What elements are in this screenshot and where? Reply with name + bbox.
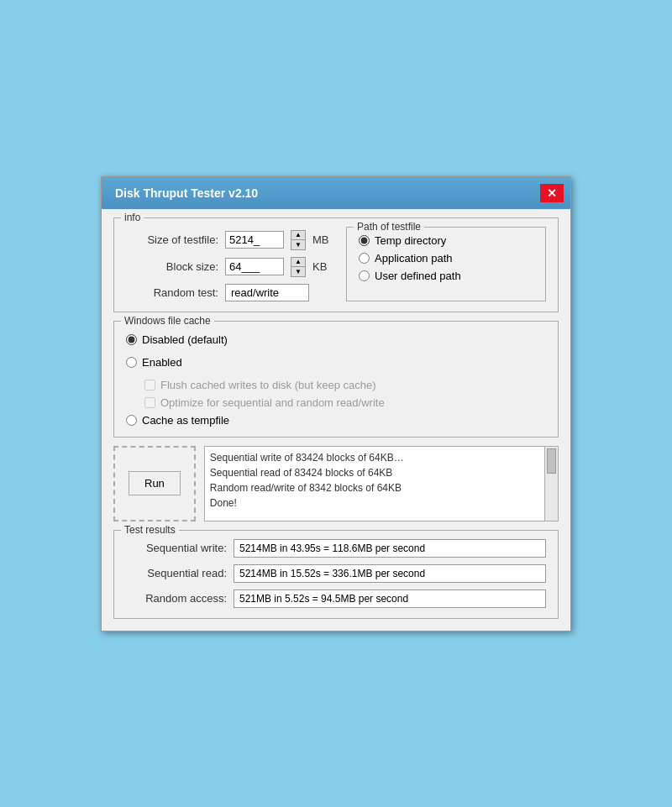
log-scrollbar-thumb	[547, 448, 556, 474]
result-row-write: Sequential write: 5214MB in 43.95s = 118…	[126, 539, 546, 558]
result-read-value: 5214MB in 15.52s = 336.1MB per second	[234, 564, 546, 583]
path-temp-input[interactable]	[359, 235, 370, 246]
random-label: Random test:	[126, 286, 218, 299]
results-group-label: Test results	[121, 524, 179, 536]
content-area: info Size of testfile: ▲ ▼ MB Block size…	[102, 209, 570, 631]
log-line-2: Sequential read of 83424 blocks of 64KB	[210, 465, 539, 480]
result-random-label: Random access:	[126, 592, 227, 605]
cache-enabled-label: Enabled	[142, 356, 182, 369]
cache-optimize-checkbox: Optimize for sequential and random read/…	[144, 396, 546, 409]
path-app-input[interactable]	[359, 253, 370, 264]
random-row: Random test:	[126, 284, 329, 301]
cache-tempfile-label: Cache as tempfile	[142, 414, 229, 427]
main-window: Disk Thruput Tester v2.10 ✕ info Size of…	[101, 176, 571, 631]
cache-disabled-radio[interactable]: Disabled (default)	[126, 333, 546, 346]
random-input[interactable]	[225, 284, 309, 301]
size-unit: MB	[312, 233, 329, 246]
block-input[interactable]	[225, 258, 284, 275]
run-button[interactable]: Run	[129, 471, 181, 495]
cache-optimize-label: Optimize for sequential and random read/…	[160, 396, 385, 409]
path-group: Path of testfile Temp directory Applicat…	[346, 227, 546, 301]
cache-optimize-input	[144, 397, 155, 408]
path-temp-label: Temp directory	[375, 234, 446, 247]
cache-enabled-input[interactable]	[126, 357, 137, 368]
path-app-label: Application path	[375, 252, 453, 265]
result-write-value: 5214MB in 43.95s = 118.6MB per second	[234, 539, 546, 558]
cache-tempfile-radio[interactable]: Cache as tempfile	[126, 414, 546, 427]
cache-disabled-input[interactable]	[126, 334, 137, 345]
size-input[interactable]	[225, 231, 284, 249]
cache-options: Disabled (default) Enabled Flush cached …	[126, 330, 546, 427]
log-line-1: Sequential write of 83424 blocks of 64KB…	[210, 450, 539, 465]
cache-flush-input	[144, 380, 155, 390]
path-temp-radio[interactable]: Temp directory	[359, 234, 533, 247]
path-user-label: User defined path	[375, 270, 461, 282]
title-bar: Disk Thruput Tester v2.10 ✕	[102, 177, 570, 209]
cache-group: Windows file cache Disabled (default) En…	[113, 321, 559, 438]
path-group-label: Path of testfile	[354, 221, 424, 233]
result-random-value: 521MB in 5.52s = 94.5MB per second	[234, 590, 546, 608]
path-user-radio[interactable]: User defined path	[359, 270, 533, 282]
results-group: Test results Sequential write: 5214MB in…	[113, 530, 559, 619]
size-up-button[interactable]: ▲	[291, 231, 305, 240]
cache-enabled-radio[interactable]: Enabled	[126, 356, 546, 369]
log-box[interactable]: Sequential write of 83424 blocks of 64KB…	[204, 446, 545, 521]
close-button[interactable]: ✕	[540, 184, 564, 202]
log-line-4: Done!	[210, 495, 539, 511]
window-title: Disk Thruput Tester v2.10	[115, 186, 258, 200]
run-section: Run Sequential write of 83424 blocks of …	[113, 446, 559, 521]
block-label: Block size:	[126, 260, 218, 273]
block-up-button[interactable]: ▲	[291, 258, 305, 267]
cache-flush-label: Flush cached writes to disk (but keep ca…	[160, 379, 376, 391]
run-button-wrap: Run	[113, 446, 196, 521]
log-scrollbar[interactable]	[545, 446, 559, 521]
size-label: Size of testfile:	[126, 233, 218, 246]
size-spinner: ▲ ▼	[291, 230, 306, 250]
info-group: info Size of testfile: ▲ ▼ MB Block size…	[113, 217, 559, 312]
path-user-input[interactable]	[359, 270, 370, 281]
info-group-label: info	[121, 212, 144, 223]
size-down-button[interactable]: ▼	[291, 240, 305, 249]
block-unit: KB	[312, 260, 329, 273]
cache-tempfile-input[interactable]	[126, 415, 137, 426]
result-row-random: Random access: 521MB in 5.52s = 94.5MB p…	[126, 590, 546, 608]
left-fields: Size of testfile: ▲ ▼ MB Block size: ▲ ▼	[126, 227, 329, 301]
log-box-wrap: Sequential write of 83424 blocks of 64KB…	[204, 446, 559, 521]
size-row: Size of testfile: ▲ ▼ MB	[126, 230, 329, 250]
result-read-label: Sequential read:	[126, 567, 227, 579]
cache-disabled-label: Disabled (default)	[142, 333, 228, 346]
result-row-read: Sequential read: 5214MB in 15.52s = 336.…	[126, 564, 546, 583]
block-row: Block size: ▲ ▼ KB	[126, 257, 329, 277]
block-spinner: ▲ ▼	[291, 257, 306, 277]
cache-group-label: Windows file cache	[121, 315, 214, 327]
result-write-label: Sequential write:	[126, 542, 227, 554]
cache-flush-checkbox: Flush cached writes to disk (but keep ca…	[144, 379, 546, 391]
path-app-radio[interactable]: Application path	[359, 252, 533, 265]
block-down-button[interactable]: ▼	[291, 267, 305, 276]
log-line-3: Random read/write of 8342 blocks of 64KB	[210, 480, 539, 495]
